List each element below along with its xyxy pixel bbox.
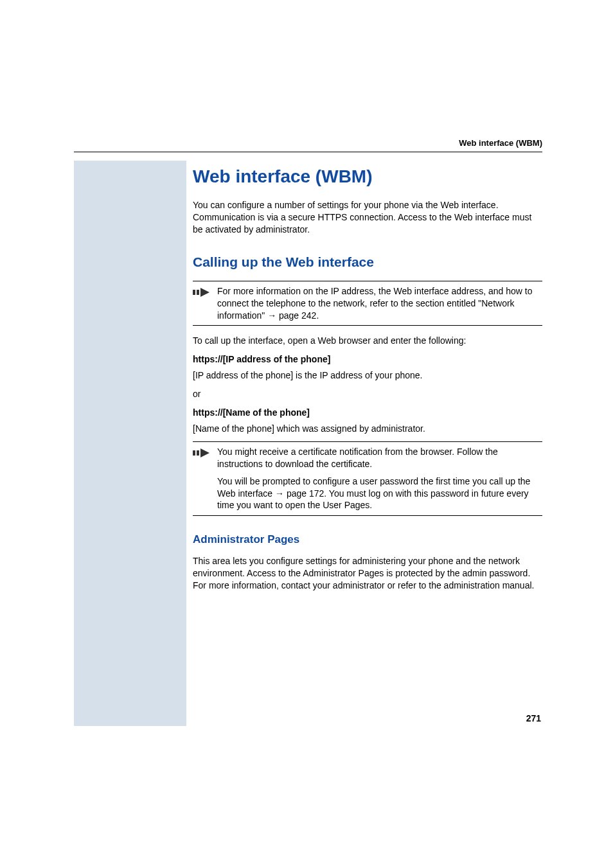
note1-text-a: For more information on the IP address, … [217, 286, 533, 321]
or-label: or [193, 388, 542, 400]
paragraph: To call up the interface, open a Web bro… [193, 335, 542, 347]
page-number: 271 [526, 713, 541, 723]
arrow-icon: → [275, 488, 284, 499]
divider [74, 152, 542, 152]
body-content: Web interface (WBM) You can configure a … [193, 164, 542, 598]
page-title: Web interface (WBM) [193, 164, 542, 189]
svg-marker-2 [200, 288, 209, 297]
svg-rect-0 [193, 290, 195, 295]
page: Web interface (WBM) Web interface (WBM) … [0, 0, 613, 868]
paragraph: This area lets you configure settings fo… [193, 555, 542, 592]
sidebar-block [74, 161, 186, 726]
svg-rect-3 [193, 450, 195, 456]
svg-rect-1 [197, 290, 199, 295]
intro-paragraph: You can configure a number of settings f… [193, 199, 542, 236]
note1-text-b: page 242. [276, 310, 319, 321]
note2-p1: You might receive a certificate notifica… [217, 446, 542, 470]
running-header: Web interface (WBM) [459, 138, 542, 148]
paragraph: [IP address of the phone] is the IP addr… [193, 369, 542, 382]
url-example-1: https://[IP address of the phone] [193, 353, 542, 366]
note-text: For more information on the IP address, … [217, 285, 542, 322]
section-heading-calling-up: Calling up the Web interface [193, 253, 542, 271]
note-block-2: You might receive a certificate notifica… [193, 441, 542, 516]
arrow-icon: → [267, 310, 276, 321]
note-text: You might receive a certificate notifica… [217, 446, 542, 511]
section-heading-admin-pages: Administrator Pages [193, 533, 542, 547]
note-block-1: For more information on the IP address, … [193, 281, 542, 326]
svg-marker-5 [200, 448, 209, 457]
svg-rect-4 [197, 450, 199, 456]
url-example-2: https://[Name of the phone] [193, 407, 542, 419]
paragraph: [Name of the phone] which was assigned b… [193, 423, 542, 435]
note-arrow-icon [193, 287, 211, 301]
note-arrow-icon [193, 447, 211, 462]
